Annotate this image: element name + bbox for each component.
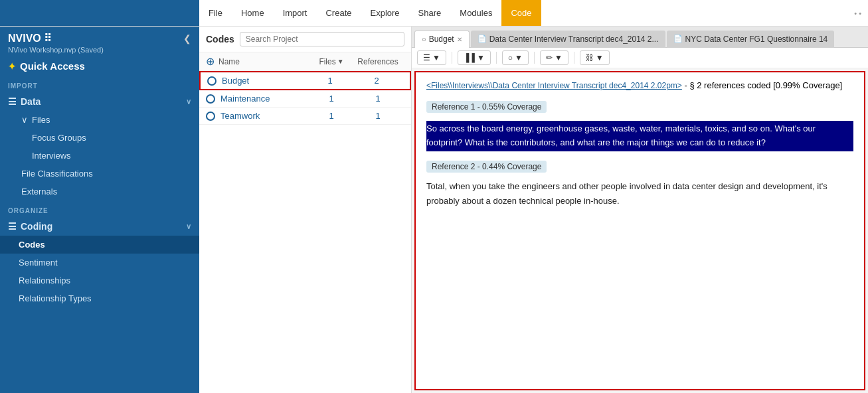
tab-doc-icon: 📄 xyxy=(477,35,487,43)
col-files[interactable]: Files ▼ xyxy=(311,57,351,66)
sidebar-item-codes[interactable]: Codes xyxy=(0,236,199,254)
main-layout: NVIVO ⠿ ❮ NVivo Workshop.nvp (Saved) ✦ Q… xyxy=(0,27,868,393)
quick-access-title: ✦ Quick Access xyxy=(8,60,191,72)
tab-fg1[interactable]: 📄 NYC Data Center FG1 Questionnaire 14 xyxy=(667,31,835,48)
toolbar-icon-4: ✏ xyxy=(546,53,553,62)
toolbar-icon-3: ○ xyxy=(508,53,513,62)
toolbar-btn-5[interactable]: ⛓ ▼ xyxy=(580,50,610,65)
menu-code[interactable]: Code xyxy=(501,0,541,26)
tab-budget[interactable]: ○ Budget ✕ xyxy=(414,31,470,48)
toolbar-arrow-4: ▼ xyxy=(555,53,563,62)
expand-data-icon: ∨ xyxy=(186,98,191,106)
toolbar-arrow-5: ▼ xyxy=(596,53,604,62)
menu-items: File Home Import Create Explore Share Mo… xyxy=(199,0,868,26)
quick-access-section: ✦ Quick Access xyxy=(0,56,199,76)
code-circle-teamwork xyxy=(206,112,215,121)
ref2-text: Total, when you take the engineers and o… xyxy=(426,177,853,211)
tab-doc2-icon: 📄 xyxy=(673,35,683,43)
toolbar-sep-3 xyxy=(534,52,535,64)
menu-bar: File Home Import Create Explore Share Mo… xyxy=(0,0,868,27)
code-name-teamwork: Teamwork xyxy=(220,111,311,121)
tab-interview[interactable]: 📄 Data Center Interview Transcript dec4_… xyxy=(471,31,665,48)
sidebar-item-file-classifications[interactable]: File Classifications xyxy=(0,165,199,183)
sidebar-collapse-btn[interactable]: ❮ xyxy=(183,33,191,44)
code-row-teamwork[interactable]: Teamwork 1 1 xyxy=(199,108,411,125)
toolbar-arrow-2: ▼ xyxy=(477,53,485,62)
toolbar-btn-1[interactable]: ☰ ▼ xyxy=(417,50,446,65)
menu-explore[interactable]: Explore xyxy=(361,0,409,26)
import-label: IMPORT xyxy=(0,76,199,92)
chevron-icon: ∨ xyxy=(21,115,28,125)
add-code-icon[interactable]: ⊕ xyxy=(206,55,215,68)
menu-import[interactable]: Import xyxy=(274,0,317,26)
toolbar-arrow-3: ▼ xyxy=(515,53,523,62)
sidebar-item-files[interactable]: ∨ Files xyxy=(0,111,199,129)
code-row-budget[interactable]: Budget 1 2 xyxy=(199,71,411,90)
toolbar-btn-2[interactable]: ▐▐ ▼ xyxy=(458,50,491,65)
toolbar-sep-4 xyxy=(574,52,574,64)
sidebar-item-data[interactable]: ☰ Data ∨ xyxy=(0,92,199,111)
code-name-maintenance: Maintenance xyxy=(220,94,311,104)
toolbar-btn-4[interactable]: ✏ ▼ xyxy=(540,50,568,65)
ref1-badge: Reference 1 - 0.55% Coverage xyxy=(426,101,547,113)
content-body: <Files\\Interviews\\Data Center Intervie… xyxy=(414,71,865,390)
sidebar-item-coding[interactable]: ☰ Coding ∨ xyxy=(0,217,199,236)
code-row-maintenance[interactable]: Maintenance 1 1 xyxy=(199,90,411,108)
toolbar-sep-2 xyxy=(496,52,497,64)
expand-coding-icon: ∨ xyxy=(186,222,191,231)
code-name-budget: Budget xyxy=(222,76,310,86)
sidebar-item-relationships[interactable]: Relationships xyxy=(0,272,199,289)
content-toolbar: ☰ ▼ ▐▐ ▼ ○ ▼ ✏ ▼ ⛓ ▼ xyxy=(412,48,868,68)
tab-close-budget[interactable]: ✕ xyxy=(457,36,462,43)
sidebar: NVIVO ⠿ ❮ NVivo Workshop.nvp (Saved) ✦ Q… xyxy=(0,27,199,393)
code-refs-teamwork: 1 xyxy=(351,111,404,121)
menu-modules[interactable]: Modules xyxy=(450,0,501,26)
sidebar-header: NVIVO ⠿ ❮ NVivo Workshop.nvp (Saved) xyxy=(0,27,199,56)
sidebar-item-externals[interactable]: Externals xyxy=(0,183,199,200)
sidebar-item-focus-groups[interactable]: Focus Groups xyxy=(0,129,199,147)
code-files-teamwork: 1 xyxy=(311,111,351,121)
app-title: NVIVO ⠿ xyxy=(8,32,52,44)
app-subtitle: NVivo Workshop.nvp (Saved) xyxy=(8,46,191,54)
codes-panel-title: Codes xyxy=(206,34,234,44)
sidebar-item-sentiment[interactable]: Sentiment xyxy=(0,254,199,272)
menu-share[interactable]: Share xyxy=(409,0,451,26)
sidebar-item-relationship-types[interactable]: Relationship Types xyxy=(0,289,199,307)
breadcrumb-link[interactable]: <Files\\Interviews\\Data Center Intervie… xyxy=(426,81,682,90)
content-area: ○ Budget ✕ 📄 Data Center Interview Trans… xyxy=(412,27,868,393)
code-refs-maintenance: 1 xyxy=(351,94,404,104)
col-refs: References xyxy=(351,57,404,66)
menu-file[interactable]: File xyxy=(199,0,232,26)
tab-budget-label: Budget xyxy=(429,35,454,44)
search-input[interactable] xyxy=(240,32,404,46)
menu-dots: • • xyxy=(854,9,868,17)
toolbar-icon-2: ▐▐ xyxy=(464,53,475,62)
sort-files-icon: ▼ xyxy=(337,58,344,65)
breadcrumb-suffix: - § 2 references coded [0.99% Coverage] xyxy=(684,80,842,90)
code-circle-budget xyxy=(207,76,217,86)
toolbar-btn-3[interactable]: ○ ▼ xyxy=(502,50,529,65)
menu-create[interactable]: Create xyxy=(316,0,361,26)
toolbar-icon-5: ⛓ xyxy=(586,53,594,62)
codes-panel: Codes ⊕ Name Files ▼ References Budget 1 xyxy=(199,27,412,393)
ref2-badge: Reference 2 - 0.44% Coverage xyxy=(426,161,547,173)
toolbar-sep-1 xyxy=(452,52,452,64)
menu-home[interactable]: Home xyxy=(232,0,274,26)
tab-interview-label: Data Center Interview Transcript dec4_20… xyxy=(489,35,659,44)
sidebar-item-interviews[interactable]: Interviews xyxy=(0,147,199,165)
list-icon: ☰ xyxy=(8,221,17,232)
breadcrumb: <Files\\Interviews\\Data Center Intervie… xyxy=(426,80,853,90)
tabs-bar: ○ Budget ✕ 📄 Data Center Interview Trans… xyxy=(412,27,868,48)
pin-icon: ✦ xyxy=(8,61,16,72)
organize-label: ORGANIZE xyxy=(0,200,199,217)
codes-table: ⊕ Name Files ▼ References Budget 1 2 xyxy=(199,52,411,393)
toolbar-icon-1: ☰ xyxy=(423,53,430,62)
toolbar-arrow-1: ▼ xyxy=(432,53,440,62)
code-circle-maintenance xyxy=(206,94,215,104)
codes-header: Codes xyxy=(199,27,411,52)
col-name: Name xyxy=(218,57,311,66)
code-files-budget: 1 xyxy=(310,76,350,86)
tab-fg1-label: NYC Data Center FG1 Questionnaire 14 xyxy=(685,35,828,44)
code-refs-budget: 2 xyxy=(350,76,403,86)
codes-table-header: ⊕ Name Files ▼ References xyxy=(199,52,411,71)
